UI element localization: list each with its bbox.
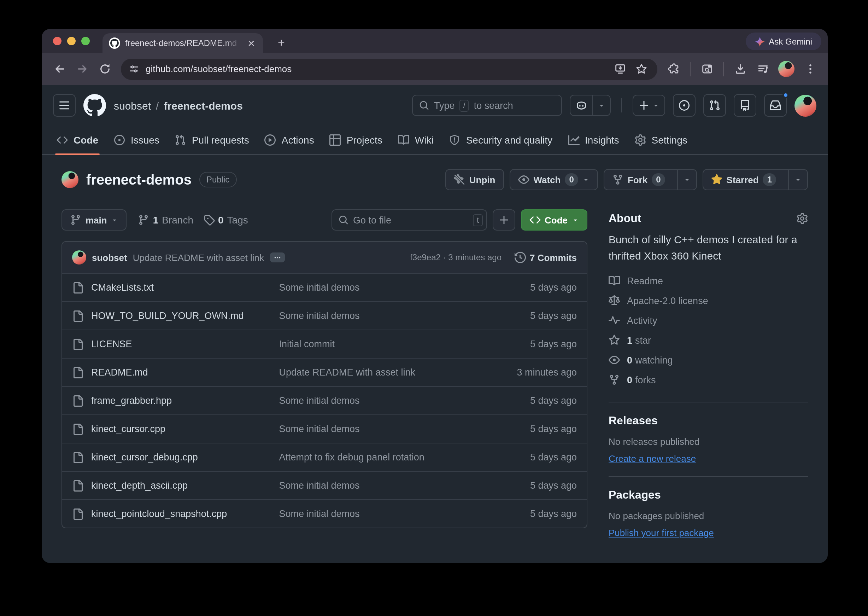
row-age[interactable]: 5 days ago: [499, 339, 577, 349]
tab-actions[interactable]: Actions: [257, 125, 322, 154]
file-name-link[interactable]: CMakeLists.txt: [91, 282, 154, 293]
file-name-link[interactable]: kinect_cursor.cpp: [91, 424, 165, 434]
row-age[interactable]: 5 days ago: [499, 509, 577, 519]
search-input[interactable]: Type / to search: [412, 95, 562, 116]
row-commit-message[interactable]: Some initial demos: [279, 311, 499, 321]
browser-profile-avatar[interactable]: [778, 61, 794, 77]
tab-projects[interactable]: Projects: [322, 125, 390, 154]
file-name-link[interactable]: HOW_TO_BUILD_YOUR_OWN.md: [91, 311, 244, 321]
copilot-dropdown[interactable]: [592, 96, 610, 115]
sidebar-watching-link[interactable]: 0watching: [609, 350, 808, 370]
packages-title[interactable]: Packages: [609, 489, 808, 501]
hamburger-menu-button[interactable]: [53, 94, 76, 117]
extensions-puzzle-icon[interactable]: [664, 60, 683, 78]
commit-author[interactable]: suobset: [92, 252, 127, 263]
file-name-link[interactable]: README.md: [91, 367, 148, 378]
forward-button[interactable]: [73, 60, 91, 78]
commit-author-avatar[interactable]: [72, 250, 86, 264]
tab-issues[interactable]: Issues: [106, 125, 167, 154]
github-logo-icon[interactable]: [83, 94, 106, 117]
bookmark-star-icon[interactable]: [632, 60, 650, 78]
row-commit-message[interactable]: Initial commit: [279, 339, 499, 349]
zoom-window-button[interactable]: [81, 37, 90, 45]
unpin-button[interactable]: Unpin: [445, 169, 504, 190]
row-commit-message[interactable]: Some initial demos: [279, 509, 499, 519]
copilot-icon-button[interactable]: [570, 96, 592, 115]
tab-insights[interactable]: Insights: [560, 125, 627, 154]
sidebar-forks-link[interactable]: 0forks: [609, 370, 808, 390]
breadcrumb-repo[interactable]: freenect-demos: [164, 99, 243, 112]
sidebar-activity-link[interactable]: Activity: [609, 311, 808, 330]
row-commit-message[interactable]: Some initial demos: [279, 424, 499, 434]
playlist-icon[interactable]: [754, 60, 772, 78]
address-bar[interactable]: github.com/suobset/freenect-demos: [121, 58, 657, 80]
row-commit-message[interactable]: Update README with asset link: [279, 367, 499, 378]
close-window-button[interactable]: [53, 37, 61, 45]
file-name-link[interactable]: LICENSE: [91, 339, 132, 349]
browser-tab[interactable]: freenect-demos/README.md ✕: [102, 33, 263, 53]
row-commit-message[interactable]: Some initial demos: [279, 395, 499, 406]
row-age[interactable]: 5 days ago: [499, 282, 577, 293]
row-age[interactable]: 5 days ago: [499, 480, 577, 491]
row-commit-message[interactable]: Some initial demos: [279, 282, 499, 293]
commit-message-link[interactable]: Update README with asset link: [133, 252, 264, 263]
file-name-link[interactable]: kinect_cursor_debug.cpp: [91, 452, 198, 462]
site-settings-icon[interactable]: [128, 64, 139, 74]
issues-header-button[interactable]: [673, 94, 696, 117]
edit-about-gear-icon[interactable]: [797, 213, 808, 224]
file-name-link[interactable]: kinect_pointcloud_snapshot.cpp: [91, 509, 227, 519]
tab-search-icon[interactable]: [698, 60, 716, 78]
tab-wiki[interactable]: Wiki: [390, 125, 442, 154]
watch-button[interactable]: Watch0: [509, 169, 598, 190]
back-button[interactable]: [50, 60, 69, 78]
add-file-button[interactable]: [492, 209, 515, 231]
fork-main-button[interactable]: Fork0: [604, 170, 673, 190]
commit-sha[interactable]: f3e9ea2: [410, 253, 441, 262]
star-dropdown[interactable]: [788, 170, 807, 190]
sidebar-stars-link[interactable]: 1star: [609, 330, 808, 350]
url-text[interactable]: github.com/suobset/freenect-demos: [146, 64, 604, 74]
code-download-button[interactable]: Code: [520, 209, 588, 231]
row-commit-message[interactable]: Some initial demos: [279, 480, 499, 491]
tab-close-icon[interactable]: ✕: [246, 37, 257, 49]
new-tab-button[interactable]: +: [272, 34, 290, 52]
commit-expand-button[interactable]: [269, 253, 285, 262]
install-app-icon[interactable]: [611, 60, 629, 78]
sidebar-readme-link[interactable]: Readme: [609, 271, 808, 291]
row-age[interactable]: 5 days ago: [499, 395, 577, 406]
downloads-icon[interactable]: [731, 60, 749, 78]
row-age[interactable]: 3 minutes ago: [499, 367, 577, 378]
breadcrumb-owner[interactable]: suobset: [114, 99, 151, 112]
go-to-file-input[interactable]: Go to file t: [331, 209, 487, 231]
user-avatar[interactable]: [794, 94, 816, 116]
tab-settings[interactable]: Settings: [627, 125, 695, 154]
tab-code[interactable]: Code: [49, 125, 106, 154]
sidebar-license-link[interactable]: Apache-2.0 license: [609, 291, 808, 311]
tab-pull-requests[interactable]: Pull requests: [167, 125, 257, 154]
repositories-header-button[interactable]: [734, 94, 756, 117]
browser-menu-kebab-icon[interactable]: [801, 60, 819, 78]
file-name-link[interactable]: kinect_depth_ascii.cpp: [91, 480, 188, 491]
row-age[interactable]: 5 days ago: [499, 452, 577, 462]
branch-selector-button[interactable]: main: [61, 209, 127, 231]
fork-dropdown[interactable]: [677, 170, 696, 190]
create-new-button[interactable]: [633, 95, 665, 116]
row-commit-message[interactable]: Attempt to fix debug panel rotation: [279, 452, 499, 462]
releases-title[interactable]: Releases: [609, 415, 808, 427]
reload-button[interactable]: [96, 60, 114, 78]
starred-main-button[interactable]: Starred1: [703, 170, 784, 190]
minimize-window-button[interactable]: [67, 37, 76, 45]
publish-package-link[interactable]: Publish your first package: [609, 528, 714, 538]
page-title[interactable]: freenect-demos: [86, 171, 191, 188]
row-age[interactable]: 5 days ago: [499, 311, 577, 321]
tab-security[interactable]: Security and quality: [442, 125, 560, 154]
branches-link[interactable]: 1Branch: [138, 214, 193, 226]
tags-link[interactable]: 0Tags: [203, 214, 248, 226]
repo-owner-avatar[interactable]: [61, 171, 78, 188]
create-release-link[interactable]: Create a new release: [609, 453, 696, 464]
commit-history-link[interactable]: 7 Commits: [514, 252, 577, 263]
row-age[interactable]: 5 days ago: [499, 424, 577, 434]
pull-requests-header-button[interactable]: [703, 94, 726, 117]
file-name-link[interactable]: frame_grabber.hpp: [91, 395, 172, 406]
ask-gemini-button[interactable]: Ask Gemini: [745, 33, 821, 50]
